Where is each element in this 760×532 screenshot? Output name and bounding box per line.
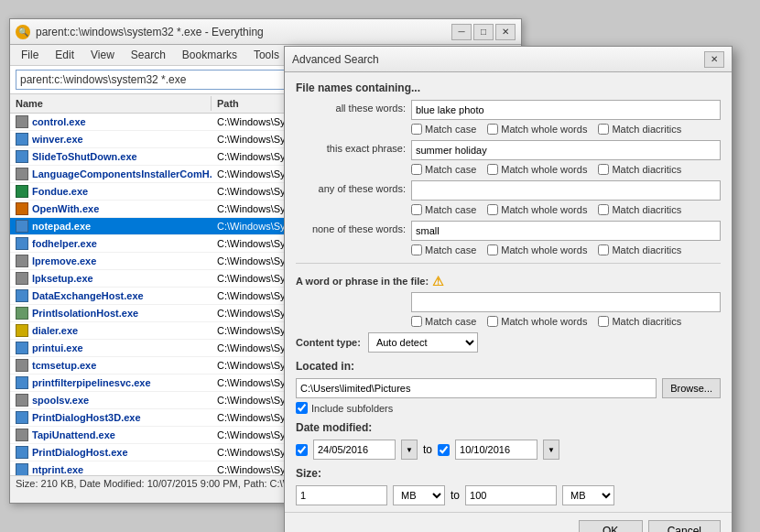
file-name-cell: tcmsetup.exe	[10, 358, 212, 373]
word-phrase-match-diacritics[interactable]: Match diacritics	[598, 316, 681, 327]
file-name-cell: control.exe	[10, 114, 212, 129]
word-phrase-input[interactable]	[411, 292, 721, 312]
all-words-match-whole[interactable]: Match whole words	[487, 124, 587, 135]
advanced-search-dialog: Advanced Search ✕ File names containing.…	[284, 46, 733, 532]
date-modified-label: Date modified:	[296, 421, 721, 434]
all-words-input[interactable]	[411, 100, 721, 120]
file-icon	[16, 220, 28, 233]
file-name-cell: winver.exe	[10, 132, 212, 147]
none-words-input[interactable]	[411, 221, 721, 241]
file-name-cell: fodhelper.exe	[10, 236, 212, 251]
minimize-button[interactable]: ─	[451, 24, 472, 40]
date-from-input[interactable]	[313, 440, 396, 460]
size-from-unit[interactable]: MB bytes KB GB	[393, 485, 445, 505]
dialog-title: Advanced Search	[292, 53, 379, 66]
date-from-checkbox[interactable]	[296, 444, 308, 456]
word-phrase-checkboxes: Match case Match whole words Match diacr…	[411, 316, 721, 327]
warning-icon: ⚠	[432, 274, 444, 288]
file-name-cell: spoolsv.exe	[10, 393, 212, 407]
menu-search[interactable]: Search	[124, 47, 173, 63]
any-words-match-whole[interactable]: Match whole words	[487, 204, 587, 215]
menu-bookmarks[interactable]: Bookmarks	[175, 47, 244, 63]
file-icon	[16, 324, 28, 337]
file-icon	[16, 237, 28, 250]
file-icon	[16, 411, 28, 424]
date-from-picker[interactable]: ▼	[401, 440, 418, 460]
located-input[interactable]	[296, 378, 657, 398]
window-controls: ─ □ ✕	[451, 24, 516, 40]
file-name-cell: dialer.exe	[10, 323, 212, 338]
none-words-match-diacritics[interactable]: Match diacritics	[598, 244, 681, 255]
word-phrase-match-case[interactable]: Match case	[411, 316, 476, 327]
app-icon: 🔍	[16, 25, 30, 39]
all-words-checkboxes: Match case Match whole words Match diacr…	[411, 124, 721, 135]
dialog-close-button[interactable]: ✕	[704, 51, 724, 68]
menu-file[interactable]: File	[14, 47, 46, 63]
word-phrase-match-whole[interactable]: Match whole words	[487, 316, 587, 327]
none-words-row: none of these words:	[296, 221, 721, 241]
size-to-input[interactable]	[465, 485, 557, 505]
file-icon	[16, 150, 28, 163]
browse-button[interactable]: Browse...	[662, 378, 721, 398]
cancel-button[interactable]: Cancel	[648, 520, 721, 532]
date-row: ▼ to ▼	[296, 440, 721, 460]
exact-phrase-checkboxes: Match case Match whole words Match diacr…	[411, 164, 721, 175]
none-words-match-case[interactable]: Match case	[411, 244, 476, 255]
content-type-select[interactable]: Auto detect Text Binary	[368, 332, 478, 353]
file-name-cell: PrintDialogHost3D.exe	[10, 410, 212, 425]
close-button[interactable]: ✕	[495, 24, 516, 40]
size-section: Size: MB bytes KB GB to MB bytes KB GB	[296, 467, 721, 505]
date-to-checkbox[interactable]	[438, 444, 450, 456]
exact-phrase-row: this exact phrase:	[296, 140, 721, 160]
date-to-picker[interactable]: ▼	[543, 440, 559, 460]
exact-phrase-match-case[interactable]: Match case	[411, 164, 476, 175]
file-name-cell: SlideToShutDown.exe	[10, 149, 212, 164]
exact-phrase-input[interactable]	[411, 140, 721, 160]
none-words-match-whole[interactable]: Match whole words	[487, 244, 587, 255]
size-from-input[interactable]	[296, 485, 387, 505]
include-subfolders-checkbox[interactable]: Include subfolders	[296, 402, 721, 414]
size-to-unit[interactable]: MB bytes KB GB	[562, 485, 614, 505]
menu-view[interactable]: View	[83, 47, 122, 63]
word-phrase-row: A word or phrase in the file: ⚠	[296, 271, 721, 288]
content-type-label: Content type:	[296, 337, 361, 348]
date-to-input[interactable]	[455, 440, 537, 460]
located-row: Browse...	[296, 378, 721, 398]
file-name-cell: printfilterpipelinesvc.exe	[10, 375, 212, 390]
file-name-cell: DataExchangeHost.exe	[10, 288, 212, 303]
menu-edit[interactable]: Edit	[48, 47, 81, 63]
file-name-cell: printui.exe	[10, 341, 212, 355]
dialog-body: File names containing... all these words…	[285, 72, 732, 512]
file-name-cell: lpksetup.exe	[10, 271, 212, 286]
any-words-match-case[interactable]: Match case	[411, 204, 476, 215]
all-words-match-case[interactable]: Match case	[411, 124, 476, 135]
any-words-input[interactable]	[411, 180, 721, 201]
column-header-name[interactable]: Name	[10, 96, 212, 111]
date-to-label: to	[423, 443, 432, 456]
word-phrase-label: A word or phrase in the file: ⚠	[296, 271, 721, 288]
file-icon	[16, 307, 28, 320]
all-words-match-diacritics[interactable]: Match diacritics	[598, 124, 681, 135]
none-words-label: none of these words:	[296, 221, 406, 234]
file-name-cell: ntprint.exe	[10, 462, 212, 475]
ok-button[interactable]: OK	[579, 520, 643, 532]
content-type-row: Content type: Auto detect Text Binary	[296, 332, 721, 353]
located-section: Located in: Browse... Include subfolders	[296, 360, 721, 414]
file-icon	[16, 272, 28, 285]
any-words-match-diacritics[interactable]: Match diacritics	[598, 204, 681, 215]
exact-phrase-label: this exact phrase:	[296, 140, 406, 154]
none-words-checkboxes: Match case Match whole words Match diacr…	[411, 244, 721, 255]
file-icon	[16, 394, 28, 407]
file-icon	[16, 255, 28, 267]
exact-phrase-match-whole[interactable]: Match whole words	[487, 164, 587, 175]
file-name-cell: Fondue.exe	[10, 184, 212, 199]
file-names-section-title: File names containing...	[296, 81, 721, 94]
file-icon	[16, 289, 28, 302]
exact-phrase-match-diacritics[interactable]: Match diacritics	[598, 164, 681, 175]
maximize-button[interactable]: □	[473, 24, 494, 40]
menu-tools[interactable]: Tools	[246, 47, 287, 63]
any-words-label: any of these words:	[296, 180, 406, 194]
file-name-cell: LanguageComponentsInstallerComH...	[10, 167, 212, 181]
main-title-bar: 🔍 parent:c:\windows\system32 *.exe - Eve…	[10, 19, 521, 45]
file-name-cell: notepad.exe	[10, 219, 212, 233]
